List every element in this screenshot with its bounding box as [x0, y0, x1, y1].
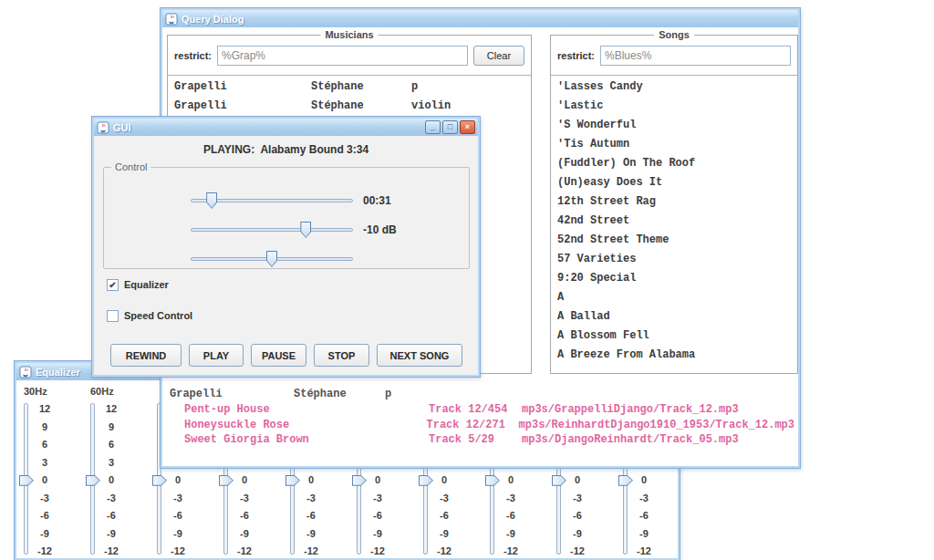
- gui-checkboxes: ✔EqualizerSpeed Control: [107, 278, 192, 340]
- scale-tick-label: -9: [297, 525, 325, 544]
- song-list-item[interactable]: A: [553, 288, 795, 307]
- songs-restrict-input[interactable]: [600, 46, 791, 66]
- button-stop[interactable]: STOP: [314, 344, 369, 367]
- song-list-item[interactable]: A Blossom Fell: [553, 327, 795, 346]
- checkbox-speed-control[interactable]: Speed Control: [107, 309, 192, 322]
- musicians-restrict-input[interactable]: [217, 46, 468, 66]
- scale-tick-label: -12: [164, 543, 192, 558]
- slider-time[interactable]: [191, 192, 353, 210]
- clear-button[interactable]: Clear: [473, 46, 524, 66]
- result-musician-last: Grapelli: [166, 387, 294, 402]
- result-file-path: mp3s/ReinhardtDjango1910_1953/Track_12.m…: [519, 418, 794, 433]
- scale-tick-label: 0: [164, 472, 192, 490]
- band-scale: 129630-3-6-9-12: [31, 400, 58, 558]
- gui-titlebar[interactable]: GUI _ □ ×: [94, 119, 478, 136]
- scale-tick-label: 0: [297, 472, 325, 490]
- musicians-restrict-row: restrict: Clear: [168, 36, 531, 76]
- result-track-number: Track 5/29: [429, 432, 522, 448]
- slider-unlabeled[interactable]: [191, 250, 353, 268]
- slider-volume[interactable]: [191, 221, 353, 239]
- checkbox-label: Equalizer: [124, 279, 169, 290]
- result-track-row[interactable]: Sweet Giorgia BrownTrack 5/29mp3s/Django…: [166, 432, 794, 448]
- result-track-row[interactable]: Pent-up HouseTrack 12/454mp3s/GrappelliD…: [166, 402, 794, 418]
- result-track-row[interactable]: Honeysuckle RoseTrack 12/271mp3s/Reinhar…: [166, 418, 794, 433]
- scale-tick-label: -12: [497, 543, 524, 558]
- scale-tick-label: -3: [564, 490, 591, 508]
- scale-tick-label: -3: [98, 490, 125, 508]
- java-app-icon: [19, 366, 32, 379]
- java-app-icon: [97, 121, 109, 134]
- song-list-item[interactable]: 9:20 Special: [553, 269, 795, 288]
- scale-tick-label: -12: [564, 543, 591, 558]
- checkbox-label: Speed Control: [124, 310, 192, 321]
- song-list-item[interactable]: (Un)easy Does It: [553, 173, 795, 192]
- song-list-item[interactable]: A Breeze From Alabama: [553, 346, 795, 365]
- song-list-item[interactable]: (Fuddler) On The Roof: [553, 154, 795, 173]
- songs-restrict-row: restrict:: [551, 36, 797, 76]
- musicians-restrict-label: restrict:: [174, 50, 212, 61]
- song-list-item[interactable]: 57 Varieties: [553, 250, 795, 269]
- result-file-path: mp3s/GrappelliDjango/Track_12.mp3: [522, 402, 794, 418]
- result-musician-instrument: p: [385, 387, 794, 402]
- scale-tick-label: 0: [630, 472, 658, 490]
- song-list-item[interactable]: 'Lasses Candy: [553, 78, 795, 97]
- scale-tick-label: -9: [564, 525, 591, 544]
- maximize-button[interactable]: □: [442, 120, 458, 134]
- slider-thumb[interactable]: [266, 251, 277, 267]
- gui-buttons: REWINDPLAYPAUSESTOPNEXT SONG: [110, 344, 462, 367]
- scale-tick-label: -6: [497, 507, 524, 525]
- musician-row[interactable]: GrapelliStéphanep: [170, 78, 529, 97]
- scale-tick-label: -6: [431, 507, 458, 525]
- musician-last-name: Grapelli: [174, 97, 311, 116]
- close-button[interactable]: ×: [460, 120, 475, 134]
- song-list-item[interactable]: 'Tis Autumn: [553, 135, 795, 154]
- slider-thumb[interactable]: [206, 192, 217, 209]
- button-next-song[interactable]: NEXT SONG: [377, 344, 462, 367]
- scale-tick-label: -9: [31, 525, 58, 544]
- slider-track: [191, 228, 353, 232]
- button-play[interactable]: PLAY: [189, 344, 244, 367]
- result-header-row[interactable]: GrapelliStéphanep: [166, 387, 794, 402]
- result-track-number: Track 12/454: [429, 402, 522, 418]
- song-list-item[interactable]: 'Lastic: [553, 97, 795, 116]
- scale-tick-label: -12: [431, 543, 458, 558]
- button-rewind[interactable]: REWIND: [110, 344, 182, 367]
- band-label: 60Hz: [90, 386, 114, 397]
- song-list-item[interactable]: 52nd Street Theme: [553, 231, 795, 250]
- query-dialog-titlebar[interactable]: Query Dialog: [162, 10, 798, 27]
- scale-tick-label: -12: [297, 543, 325, 558]
- control-group: Control 00:31-10 dB: [103, 167, 470, 269]
- scale-tick-label: -6: [564, 507, 591, 525]
- scale-tick-label: 0: [31, 472, 58, 490]
- scale-tick-label: -6: [297, 507, 325, 525]
- button-pause[interactable]: PAUSE: [251, 344, 306, 367]
- equalizer-window-title: Equalizer: [36, 367, 80, 378]
- scale-tick-label: -3: [231, 490, 258, 508]
- eq-band-30hz: 30Hz129630-3-6-9-12: [18, 380, 85, 558]
- scale-tick-label: -6: [364, 507, 391, 525]
- scale-tick-label: -12: [364, 543, 391, 558]
- songs-list: 'Lasses Candy'Lastic'S Wonderful'Tis Aut…: [553, 78, 795, 371]
- scale-tick-label: 9: [31, 419, 58, 437]
- musician-first-name: Stéphane: [311, 78, 411, 97]
- scale-tick-label: -3: [431, 490, 458, 508]
- scale-tick-label: 3: [31, 454, 58, 472]
- result-track-number: Track 12/271: [427, 418, 519, 433]
- musician-first-name: Stéphane: [311, 97, 411, 116]
- scale-tick-label: 3: [98, 454, 125, 472]
- song-list-item[interactable]: A Ballad: [553, 307, 795, 327]
- control-group-title: Control: [111, 161, 150, 172]
- checkbox-box: [107, 310, 119, 322]
- musician-row[interactable]: GrapelliStéphaneviolin: [170, 97, 529, 116]
- musician-last-name: Grapelli: [174, 78, 311, 97]
- java-app-icon: [165, 13, 178, 26]
- results-area: GrapelliStéphanepPent-up HouseTrack 12/4…: [166, 387, 794, 448]
- scale-tick-label: 6: [31, 436, 58, 454]
- song-list-item[interactable]: 42nd Street: [553, 212, 795, 231]
- songs-restrict-label: restrict:: [557, 50, 595, 61]
- minimize-button[interactable]: _: [425, 120, 441, 134]
- song-list-item[interactable]: 12th Street Rag: [553, 192, 795, 212]
- checkbox-equalizer[interactable]: ✔Equalizer: [107, 278, 192, 291]
- song-list-item[interactable]: 'S Wonderful: [553, 116, 795, 135]
- slider-thumb[interactable]: [300, 222, 311, 238]
